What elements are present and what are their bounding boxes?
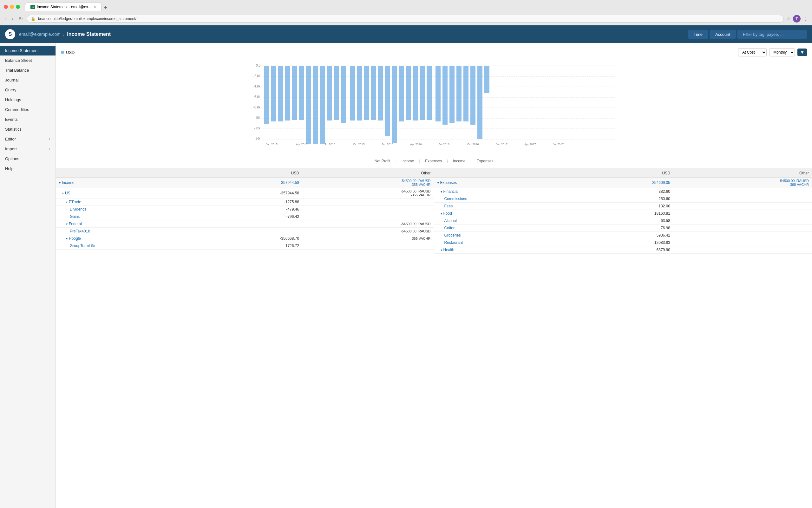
expenses-row-food[interactable]: ▾Food 18160.81 [434, 210, 812, 217]
income-row-hoogle[interactable]: ▾Hoogle -356668.70 -355 VACHR [56, 235, 434, 242]
income-gains-other [302, 213, 434, 220]
legend-net-profit[interactable]: Net Profit [375, 159, 391, 163]
monthly-select[interactable]: Monthly Yearly Weekly [769, 48, 795, 56]
svg-text:Jan 2015: Jan 2015 [266, 143, 278, 146]
income-other: -54500.00 IRAUSD-355 VACHR [302, 178, 434, 188]
legend-income-2[interactable]: Income [453, 159, 465, 163]
svg-rect-39 [420, 66, 425, 120]
svg-rect-40 [427, 66, 432, 120]
expenses-restaurant-usd: 12083.83 [577, 239, 673, 246]
income-row-etrade[interactable]: ▾ETrade -1275.88 [56, 199, 434, 206]
chart-header: USD At Cost At Market Monthly Yearly Wee… [61, 48, 807, 56]
sidebar-item-balance-sheet[interactable]: Balance Sheet [0, 55, 55, 65]
income-row-federal[interactable]: ▾Federal -54500.00 IRAUSD [56, 220, 434, 228]
income-row-pretax401k[interactable]: PreTax401k -54500.00 IRAUSD [56, 228, 434, 235]
expenses-row-expenses[interactable]: ▾Expenses 254609.05 54500.00 IRAUSD368 V… [434, 178, 812, 188]
income-federal-name: ▾Federal [56, 220, 209, 228]
forward-button[interactable]: › [10, 15, 14, 22]
expenses-row-coffee[interactable]: Coffee 76.98 [434, 224, 812, 232]
expenses-groceries-name: Groceries [434, 232, 577, 239]
expenses-col-usd: USD [577, 169, 673, 178]
expenses-row-health[interactable]: ▾Health 6879.90 [434, 246, 812, 254]
us-expand-icon: ▾ [62, 192, 64, 195]
income-row-income[interactable]: ▾Income -357944.58 -54500.00 IRAUSD-355 … [56, 178, 434, 188]
star-icon[interactable]: ☆ [786, 16, 790, 21]
expenses-table-header: USD Other [434, 169, 812, 178]
tab-favicon: S [31, 5, 35, 9]
svg-text:Oct 2016: Oct 2016 [467, 143, 479, 146]
svg-text:-12k: -12k [254, 127, 261, 130]
legend-income-1[interactable]: Income [402, 159, 414, 163]
income-gains-name: Gains [56, 213, 209, 220]
income-row-us[interactable]: ▾US -357944.58 -54500.00 IRAUSD-355 VACH… [56, 188, 434, 199]
tables-section: USD Other ▾Income -357944.58 -54500.00 I… [56, 169, 812, 254]
svg-rect-29 [350, 66, 355, 121]
refresh-button[interactable]: ↻ [17, 15, 24, 23]
expenses-row-restaurant[interactable]: Restaurant 12083.83 [434, 239, 812, 246]
svg-text:-2.0k: -2.0k [253, 74, 261, 78]
expenses-fees-name: Fees [434, 203, 577, 210]
income-row-groupterm[interactable]: GroupTermLife -1726.72 [56, 242, 434, 250]
etrade-expand-icon: ▾ [66, 200, 68, 204]
app-header: S email@example.com › Income Statement T… [0, 26, 812, 43]
svg-text:Apr 2016: Apr 2016 [410, 143, 422, 146]
expenses-commissions-name: Commissions [434, 195, 577, 203]
sidebar-item-editor[interactable]: Editor + [0, 134, 55, 144]
minimize-button[interactable] [10, 5, 14, 9]
income-etrade-usd: -1275.88 [209, 199, 302, 206]
svg-rect-36 [399, 66, 404, 121]
sidebar-item-import[interactable]: Import ↓ [0, 144, 55, 154]
new-tab-button[interactable]: + [102, 4, 110, 11]
sidebar-item-query[interactable]: Query [0, 85, 55, 95]
expenses-alcohol-other [674, 217, 812, 224]
legend-expenses-1[interactable]: Expenses [425, 159, 442, 163]
sidebar-item-statistics[interactable]: Statistics [0, 124, 55, 134]
sidebar-item-help[interactable]: Help [0, 164, 55, 173]
close-button[interactable] [4, 5, 8, 9]
time-button[interactable]: Time [688, 30, 708, 39]
income-etrade-name: ▾ETrade [56, 199, 209, 206]
expenses-coffee-other [674, 224, 812, 232]
address-bar[interactable]: 🔒 beancount.io/ledger/emailexamplecom/in… [27, 15, 784, 23]
svg-rect-46 [471, 66, 476, 125]
sidebar-item-options[interactable]: Options [0, 154, 55, 164]
income-pretax401k-usd [209, 228, 302, 235]
sidebar-item-journal[interactable]: Journal [0, 75, 55, 85]
income-row-dividends[interactable]: Dividends -479.46 [56, 206, 434, 213]
maximize-button[interactable] [16, 5, 20, 9]
profile-avatar[interactable]: T [793, 15, 801, 23]
sidebar-item-holdings[interactable]: Holdings [0, 95, 55, 104]
browser-menu-icon[interactable]: ⋮ [803, 16, 808, 22]
income-hoogle-name: ▾Hoogle [56, 235, 209, 242]
expenses-row-alcohol[interactable]: Alcohol 63.58 [434, 217, 812, 224]
active-tab[interactable]: S Income Statement - email@ex... ✕ [25, 3, 102, 11]
svg-text:Jul 2017: Jul 2017 [553, 143, 564, 146]
income-pretax401k-name: PreTax401k [56, 228, 209, 235]
legend-expenses-2[interactable]: Expenses [477, 159, 493, 163]
expenses-row-fees[interactable]: Fees 132.00 [434, 203, 812, 210]
editor-expand-icon: + [48, 137, 50, 141]
expenses-food-other [674, 210, 812, 217]
income-col-account [56, 169, 209, 178]
chart-toggle-button[interactable]: ▼ [798, 48, 807, 56]
filter-input[interactable] [737, 30, 807, 39]
account-button[interactable]: Account [709, 30, 736, 39]
tab-close-button[interactable]: ✕ [93, 5, 96, 9]
svg-rect-25 [320, 66, 325, 144]
expenses-groceries-other [674, 232, 812, 239]
sidebar-item-trial-balance[interactable]: Trial Balance [0, 65, 55, 75]
expenses-row-groceries[interactable]: Groceries 5936.42 [434, 232, 812, 239]
nav-bar: ‹ › ↻ 🔒 beancount.io/ledger/emailexample… [4, 14, 808, 25]
expenses-row-commissions[interactable]: Commissions 250.60 [434, 195, 812, 203]
sidebar-item-income-statement[interactable]: Income Statement [0, 46, 55, 55]
sidebar-item-events[interactable]: Events [0, 115, 55, 124]
svg-text:-10k: -10k [254, 116, 261, 120]
svg-text:-8.0k: -8.0k [253, 105, 261, 109]
income-row-gains[interactable]: Gains -796.42 [56, 213, 434, 220]
sidebar-item-commodities[interactable]: Commodities [0, 104, 55, 115]
expenses-row-financial[interactable]: ▾Financial 382.60 [434, 188, 812, 195]
main-layout: Income Statement Balance Sheet Trial Bal… [0, 43, 812, 508]
at-cost-select[interactable]: At Cost At Market [738, 48, 767, 56]
back-button[interactable]: ‹ [4, 15, 8, 22]
income-etrade-other [302, 199, 434, 206]
